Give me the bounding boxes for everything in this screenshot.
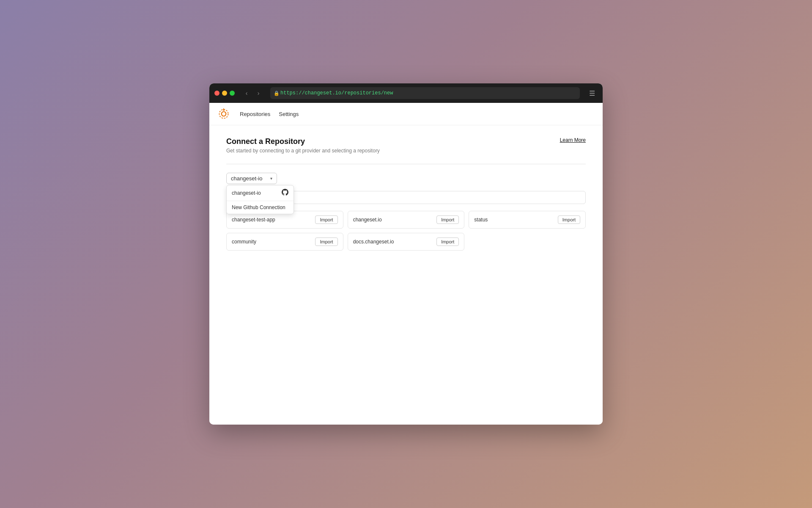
repo-card-2: status Import — [469, 211, 586, 229]
minimize-button[interactable] — [222, 91, 227, 96]
org-dropdown[interactable]: changeset-io ▾ — [226, 173, 277, 184]
app-logo — [218, 108, 230, 120]
repo-grid: changeset-test-app Import changeset.io I… — [226, 211, 586, 251]
nav-settings[interactable]: Settings — [279, 111, 299, 117]
dropdown-item-changeset-io[interactable]: changeset-io — [227, 185, 294, 201]
import-button-4[interactable]: Import — [436, 237, 459, 246]
github-icon — [282, 189, 288, 197]
learn-more-link[interactable]: Learn More — [560, 137, 586, 143]
repo-card-4: docs.changeset.io Import — [348, 233, 465, 251]
repo-name-3: community — [232, 239, 256, 245]
address-bar[interactable] — [270, 87, 580, 99]
dropdown-container: changeset-io ▾ changeset-io New Github C… — [226, 173, 277, 184]
forward-button[interactable]: › — [253, 88, 263, 98]
close-button[interactable] — [214, 91, 219, 96]
svg-point-0 — [222, 112, 226, 116]
dropdown-selected-label: changeset-io — [231, 175, 262, 182]
repo-name-1: changeset.io — [353, 217, 382, 223]
nav-repositories[interactable]: Repositories — [240, 111, 270, 117]
back-button[interactable]: ‹ — [241, 88, 252, 98]
dropdown-item-new-label: New Github Connection — [232, 204, 285, 210]
repo-card-3: community Import — [226, 233, 343, 251]
import-button-0[interactable]: Import — [315, 215, 337, 224]
page-subtitle: Get started by connecting to a git provi… — [226, 148, 380, 154]
import-button-1[interactable]: Import — [436, 215, 459, 224]
repo-name-2: status — [474, 217, 488, 223]
traffic-lights — [214, 91, 235, 96]
page-title: Connect a Repository — [226, 137, 380, 146]
repo-name-4: docs.changeset.io — [353, 239, 394, 245]
section-divider — [226, 164, 586, 164]
lock-icon: 🔒 — [274, 91, 280, 96]
browser-window: ‹ › 🔒 ☰ Repositories Settings — [209, 83, 603, 425]
import-button-3[interactable]: Import — [315, 237, 337, 246]
main-content: Connect a Repository Get started by conn… — [209, 125, 603, 262]
address-bar-container: 🔒 — [270, 87, 580, 99]
dropdown-item-label: changeset-io — [232, 190, 261, 196]
hamburger-menu-button[interactable]: ☰ — [587, 88, 598, 99]
chevron-down-icon: ▾ — [270, 176, 272, 181]
maximize-button[interactable] — [230, 91, 235, 96]
app-nav: Repositories Settings — [209, 103, 603, 125]
dropdown-menu: changeset-io New Github Connection — [226, 185, 294, 214]
app-content: Repositories Settings Connect a Reposito… — [209, 103, 603, 425]
page-header: Connect a Repository Get started by conn… — [226, 137, 586, 154]
logo-icon — [218, 108, 230, 120]
nav-links: Repositories Settings — [240, 111, 299, 117]
dropdown-item-new-github[interactable]: New Github Connection — [227, 201, 294, 214]
import-button-2[interactable]: Import — [558, 215, 580, 224]
browser-chrome: ‹ › 🔒 ☰ — [209, 83, 603, 103]
repo-name-0: changeset-test-app — [232, 217, 275, 223]
page-header-left: Connect a Repository Get started by conn… — [226, 137, 380, 154]
nav-buttons: ‹ › — [241, 88, 263, 98]
repo-card-1: changeset.io Import — [348, 211, 465, 229]
